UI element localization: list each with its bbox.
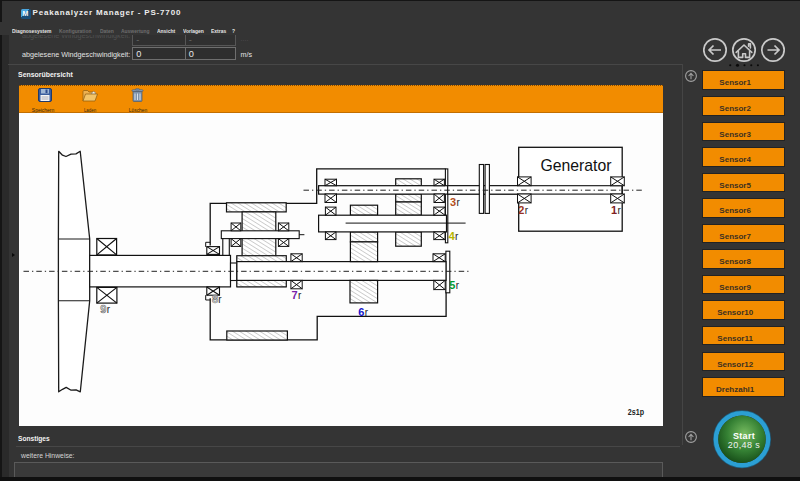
svg-text:6r: 6r	[358, 306, 368, 318]
svg-text:7r: 7r	[291, 289, 301, 301]
svg-text:Generator: Generator	[540, 158, 611, 175]
svg-text:8r: 8r	[211, 293, 221, 305]
svg-text:20,48 s: 20,48 s	[728, 440, 760, 450]
svg-text:4r: 4r	[448, 230, 458, 242]
svg-text:5r: 5r	[449, 279, 459, 291]
svg-text:2r: 2r	[518, 205, 528, 217]
svg-text:1r: 1r	[610, 205, 620, 217]
svg-text:2s1p: 2s1p	[627, 408, 643, 418]
svg-text:9r: 9r	[100, 303, 110, 315]
svg-text:3r: 3r	[449, 196, 459, 208]
